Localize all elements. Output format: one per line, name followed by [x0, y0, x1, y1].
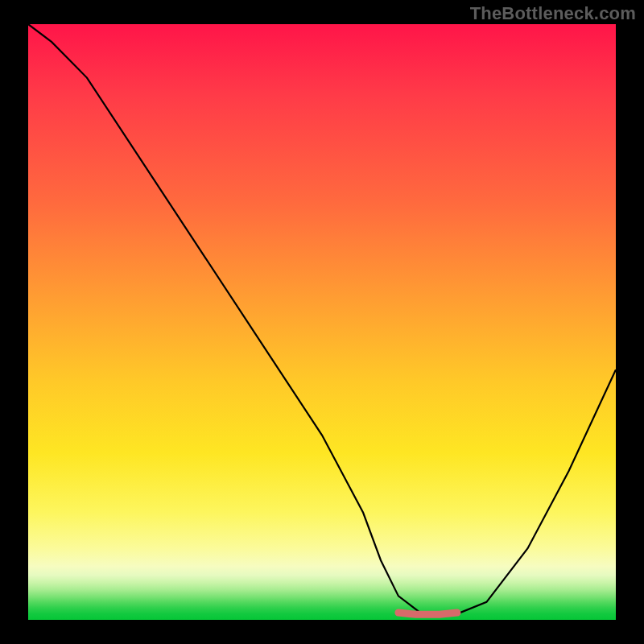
bottleneck-curve: [28, 24, 616, 614]
curve-layer: [28, 24, 616, 620]
optimal-zone-highlight: [398, 613, 457, 614]
plot-area: [28, 24, 616, 620]
watermark-text: TheBottleneck.com: [470, 3, 636, 24]
chart-frame: TheBottleneck.com: [0, 0, 644, 644]
